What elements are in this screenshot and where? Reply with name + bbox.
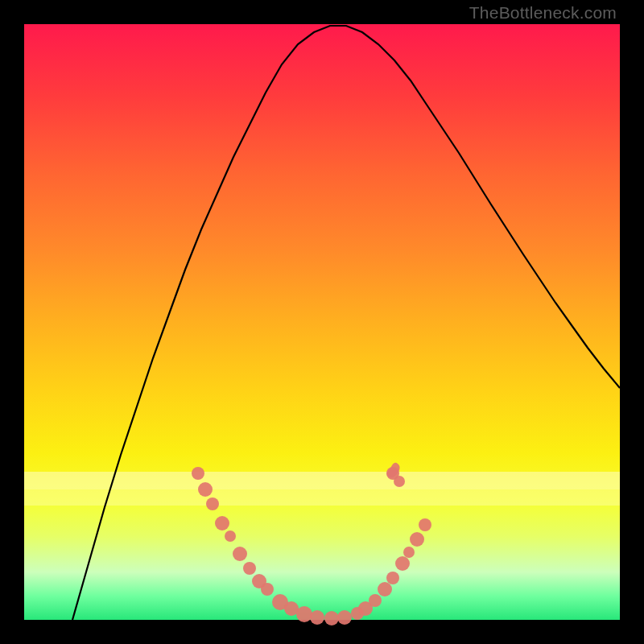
data-marker [225, 530, 236, 542]
data-marker [386, 572, 399, 584]
data-marker [215, 516, 229, 530]
data-marker [378, 582, 392, 597]
data-marker [206, 497, 219, 510]
data-marker [192, 467, 204, 480]
data-marker [324, 611, 339, 625]
data-marker [310, 610, 324, 625]
chart-svg [24, 24, 620, 620]
data-marker [419, 518, 431, 531]
data-marker [296, 606, 312, 622]
data-marker [403, 547, 415, 558]
data-marker [233, 547, 247, 561]
watermark-text: TheBottleneck.com [469, 3, 617, 23]
data-marker [198, 482, 213, 497]
chart-frame [24, 24, 620, 620]
data-marker [337, 610, 352, 625]
data-marker [394, 476, 405, 487]
bottleneck-curve [72, 26, 620, 620]
data-marker [243, 562, 256, 575]
data-marker [369, 594, 382, 607]
data-markers [192, 467, 431, 625]
data-marker [261, 583, 274, 596]
data-marker [395, 556, 410, 571]
data-marker [410, 532, 424, 547]
